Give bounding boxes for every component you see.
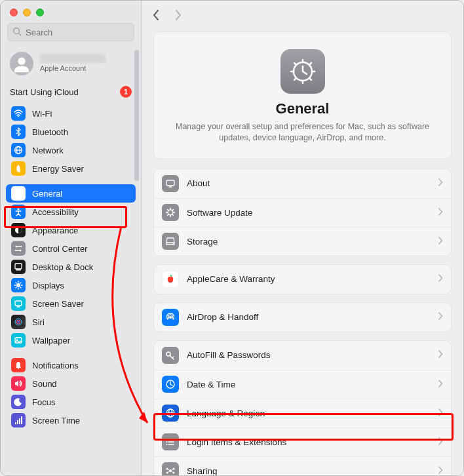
row-disk[interactable]: Storage — [154, 227, 451, 256]
sidebar-item-general[interactable]: General — [6, 184, 136, 203]
row-globe[interactable]: Language & Region — [154, 399, 451, 427]
row-apple[interactable]: AppleCare & Warranty — [154, 265, 451, 294]
svg-line-60 — [168, 214, 169, 216]
svg-line-26 — [16, 283, 16, 283]
hero-icon — [280, 49, 325, 94]
row-list[interactable]: Login Items & Extensions — [154, 427, 451, 456]
svg-rect-30 — [15, 301, 22, 306]
forward-button[interactable] — [173, 9, 184, 23]
row-label: Sharing — [187, 466, 438, 475]
svg-point-13 — [18, 208, 20, 210]
sidebar-item-wifi[interactable]: Wi-Fi — [6, 104, 136, 123]
sidebar-item-cc[interactable]: Control Center — [6, 239, 136, 258]
row-mac[interactable]: About — [154, 169, 451, 198]
row-airdrop[interactable]: AirDrop & Handoff — [154, 303, 451, 332]
svg-rect-40 — [19, 418, 20, 424]
access-icon — [11, 205, 26, 219]
toolbar — [142, 1, 463, 31]
wall-icon — [11, 333, 26, 347]
search-field[interactable] — [7, 23, 134, 41]
svg-point-76 — [166, 439, 168, 440]
search-input[interactable] — [22, 28, 129, 37]
svg-point-21 — [16, 283, 20, 287]
sidebar-item-label: General — [32, 189, 62, 199]
chevron-right-icon — [438, 408, 443, 418]
svg-line-59 — [172, 214, 174, 216]
row-label: AppleCare & Warranty — [187, 274, 438, 284]
svg-rect-51 — [166, 180, 174, 186]
sidebar-item-wall[interactable]: Wallpaper — [6, 331, 136, 349]
row-label: AutoFill & Passwords — [187, 350, 438, 360]
row-label: Language & Region — [187, 408, 438, 418]
sidebar-item-ss[interactable]: Screen Saver — [6, 294, 136, 313]
appear-icon — [11, 223, 26, 237]
energy-icon — [11, 161, 26, 176]
page-desc: Manage your overall setup and preference… — [172, 121, 433, 144]
sidebar-item-st[interactable]: Screen Time — [6, 411, 136, 429]
sidebar-item-sound[interactable]: Sound — [6, 374, 136, 393]
settings-pane: AutoFill & PasswordsDate & TimeLanguage … — [153, 340, 452, 475]
sidebar-item-label: Appearance — [32, 226, 78, 235]
svg-line-27 — [20, 287, 21, 288]
back-button[interactable] — [151, 9, 161, 23]
sidebar-item-label: Notifications — [32, 361, 79, 370]
sidebar-item-access[interactable]: Accessibility — [6, 203, 136, 221]
svg-rect-20 — [16, 269, 21, 271]
icloud-label: Start Using iCloud — [10, 87, 79, 97]
minimize-button[interactable] — [23, 9, 31, 16]
sidebar-item-disp[interactable]: Displays — [6, 276, 136, 294]
sidebar-item-label: Wallpaper — [32, 336, 70, 346]
svg-point-78 — [166, 444, 168, 445]
settings-pane: AboutSoftware UpdateStorage — [153, 169, 452, 256]
avatar — [10, 52, 33, 75]
settings-pane: AirDrop & Handoff — [153, 302, 452, 332]
sidebar-item-appear[interactable]: Appearance — [6, 221, 136, 239]
sidebar-item-energy[interactable]: Energy Saver — [6, 159, 136, 178]
sidebar-item-label: Screen Time — [32, 416, 80, 426]
account-sub: Apple Account — [40, 64, 106, 73]
sidebar-item-net[interactable]: Network — [6, 141, 136, 159]
svg-line-58 — [168, 210, 169, 211]
sidebar-scrollbar[interactable] — [134, 50, 139, 181]
account-row[interactable]: Apple Account — [1, 48, 141, 82]
sidebar-item-bt[interactable]: Bluetooth — [6, 123, 136, 141]
content: General Manage your overall setup and pr… — [142, 31, 463, 475]
share-icon — [162, 462, 179, 475]
svg-rect-19 — [15, 264, 22, 269]
bt-icon — [11, 125, 26, 139]
row-key[interactable]: AutoFill & Passwords — [154, 341, 451, 370]
sidebar-item-notif[interactable]: Notifications — [6, 356, 136, 374]
net-icon — [11, 143, 26, 157]
icloud-prompt[interactable]: Start Using iCloud 1 — [1, 82, 141, 104]
svg-point-65 — [169, 316, 172, 319]
sidebar-item-label: Sound — [32, 379, 57, 389]
search-icon — [12, 27, 22, 38]
sidebar-item-label: Desktop & Dock — [32, 262, 93, 272]
account-text: Apple Account — [40, 54, 106, 73]
svg-line-84 — [168, 469, 170, 471]
sidebar-item-focus[interactable]: Focus — [6, 393, 136, 411]
sidebar-item-siri[interactable]: Siri — [6, 313, 136, 331]
row-clock[interactable]: Date & Time — [154, 370, 451, 399]
st-icon — [11, 413, 26, 427]
row-share[interactable]: Sharing — [154, 456, 451, 475]
disp-icon — [11, 278, 26, 292]
close-button[interactable] — [10, 9, 18, 16]
sidebar-item-label: Wi-Fi — [32, 109, 52, 119]
chevron-right-icon — [438, 350, 443, 360]
svg-point-64 — [170, 274, 172, 277]
account-name-redacted — [40, 54, 106, 63]
settings-pane: AppleCare & Warranty — [153, 264, 452, 294]
window-controls — [1, 1, 141, 23]
clock-icon — [162, 376, 179, 393]
page-title: General — [172, 100, 433, 117]
airdrop-icon — [162, 309, 179, 326]
svg-line-29 — [20, 283, 21, 283]
row-gear[interactable]: Software Update — [154, 198, 451, 227]
sidebar-item-dock[interactable]: Desktop & Dock — [6, 258, 136, 276]
svg-rect-39 — [17, 420, 18, 424]
maximize-button[interactable] — [36, 9, 44, 16]
notif-icon — [11, 358, 26, 372]
main-panel: General Manage your overall setup and pr… — [142, 1, 463, 475]
svg-rect-41 — [21, 416, 22, 424]
